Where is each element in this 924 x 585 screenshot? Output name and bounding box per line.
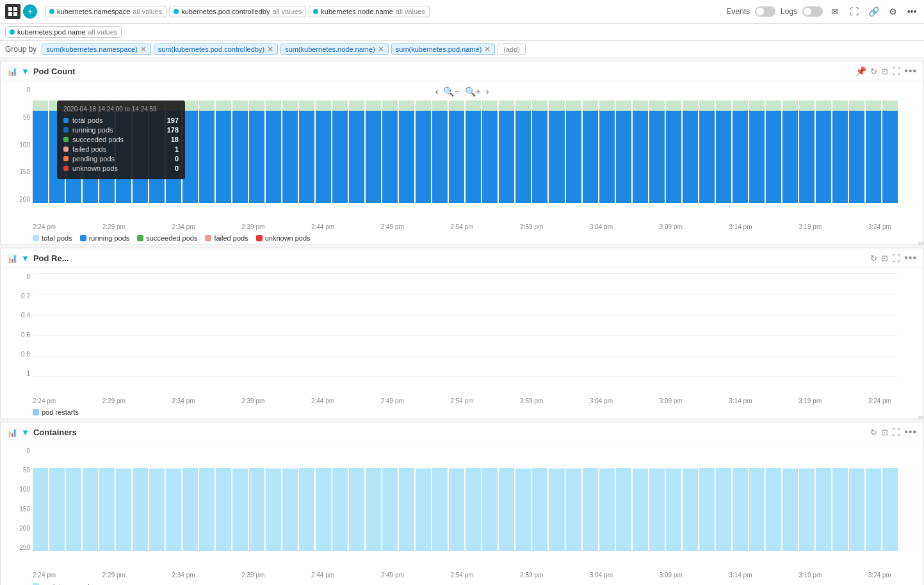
pin-icon[interactable]: 📌 bbox=[855, 66, 866, 76]
containers-actions: ↻ ⊡ ⛶ ••• bbox=[870, 426, 917, 438]
tooltip-label-1: running pods bbox=[72, 126, 163, 134]
pod-bar-group bbox=[616, 86, 631, 203]
more-options-icon[interactable]: ••• bbox=[904, 65, 917, 77]
containers-more-icon[interactable]: ••• bbox=[904, 426, 917, 438]
legend-item-unknown: unknown pods bbox=[256, 234, 311, 242]
container-bar-group bbox=[432, 447, 448, 551]
restarts-expand-icon[interactable]: ⛶ bbox=[892, 253, 900, 263]
pod-bar-group bbox=[282, 86, 298, 203]
containers-y-axis: 250 200 150 100 50 0 bbox=[6, 447, 30, 551]
tooltip-label-5: unknown pods bbox=[72, 164, 171, 172]
container-bar-group bbox=[683, 447, 698, 551]
pod-bar-green bbox=[816, 100, 831, 111]
container-bar-group bbox=[566, 447, 581, 551]
x-label-1: 2:29 pm bbox=[102, 223, 126, 230]
groupby-label: Group by bbox=[5, 45, 36, 54]
y-label-100: 100 bbox=[6, 141, 30, 148]
container-bar-group bbox=[832, 447, 848, 551]
container-bar-lightblue bbox=[182, 468, 198, 551]
filter-value-nodename: all values bbox=[396, 8, 425, 15]
container-bar-group bbox=[316, 447, 331, 551]
yc-label-50: 50 bbox=[6, 467, 30, 474]
container-bar-lightblue bbox=[849, 469, 864, 551]
pod-bar-blue bbox=[449, 111, 464, 203]
pod-bar-group bbox=[866, 86, 881, 203]
pod-bar-blue bbox=[699, 111, 715, 203]
groupby-remove-1[interactable]: ✕ bbox=[267, 45, 273, 53]
pod-bar-green bbox=[566, 100, 581, 111]
tooltip-title: 2020-04-18 14:24:00 to 14:24:59 bbox=[63, 106, 179, 113]
containers-expand-icon[interactable]: ⛶ bbox=[892, 428, 900, 437]
xr-label-4: 2:44 pm bbox=[311, 397, 334, 405]
container-bar-lightblue bbox=[832, 468, 848, 551]
container-bar-group bbox=[199, 447, 215, 551]
groupby-tag-label-0: sum(kubernetes.namespace) bbox=[46, 45, 137, 53]
restarts-more-icon[interactable]: ••• bbox=[904, 252, 917, 264]
pod-bar-green bbox=[482, 100, 498, 111]
groupby-remove-0[interactable]: ✕ bbox=[140, 45, 147, 53]
settings-icon[interactable]: ⚙ bbox=[886, 4, 900, 19]
x-label-11: 3:19 pm bbox=[798, 223, 822, 230]
legend-label-total: total pods bbox=[42, 234, 72, 242]
pod-bar-blue bbox=[716, 111, 731, 203]
restarts-minimize-icon[interactable]: ⊡ bbox=[881, 253, 888, 263]
pod-bar-green bbox=[633, 100, 648, 111]
pod-bar-blue bbox=[266, 111, 281, 203]
pod-bar-blue bbox=[216, 111, 231, 203]
container-bar-lightblue bbox=[449, 469, 464, 551]
groupby-remove-3[interactable]: ✕ bbox=[484, 45, 490, 53]
container-bar-lightblue bbox=[282, 469, 298, 551]
pod-bar-green bbox=[782, 100, 798, 111]
pod-bar-blue bbox=[749, 111, 765, 203]
container-bar-group bbox=[466, 447, 481, 551]
pod-count-y-axis: 200 150 100 50 0 bbox=[6, 86, 30, 203]
groupby-tag-0[interactable]: sum(kubernetes.namespace) ✕ bbox=[42, 44, 150, 55]
container-bar-lightblue bbox=[583, 468, 598, 551]
mail-icon[interactable]: ✉ bbox=[828, 4, 842, 19]
grid-1 bbox=[33, 273, 898, 274]
pod-count-title: Pod Count bbox=[33, 67, 852, 76]
y-label-50: 50 bbox=[6, 114, 30, 121]
events-toggle[interactable] bbox=[755, 6, 775, 17]
pod-restarts-chart-wrapper: 1 0.8 0.6 0.4 0.2 0 2:24 bbox=[1, 268, 923, 406]
containers-minimize-icon[interactable]: ⊡ bbox=[881, 428, 888, 437]
groupby-tag-2[interactable]: sum(kubernetes.node.name) ✕ bbox=[280, 44, 389, 55]
expand-icon[interactable]: ⛶ bbox=[892, 67, 900, 76]
container-bar-group bbox=[216, 447, 231, 551]
filter-tag-namespace[interactable]: kubernetes.namespace all values bbox=[45, 6, 166, 17]
xr-label-2: 2:34 pm bbox=[172, 397, 195, 405]
pod-bar-blue bbox=[382, 111, 398, 203]
yr-label-0: 0 bbox=[6, 273, 30, 280]
container-bar-lightblue bbox=[382, 468, 398, 551]
container-bar-group bbox=[515, 447, 531, 551]
pod-bar-green bbox=[416, 100, 431, 111]
containers-refresh-icon[interactable]: ↻ bbox=[870, 428, 877, 437]
refresh-icon[interactable]: ↻ bbox=[870, 67, 877, 76]
link-icon[interactable]: 🔗 bbox=[866, 4, 880, 19]
xc-label-2: 2:34 pm bbox=[172, 572, 195, 579]
pod-bar-blue bbox=[299, 111, 314, 203]
fullscreen-icon[interactable]: ⛶ bbox=[847, 4, 861, 19]
containers-filter-icon: ▼ bbox=[21, 428, 29, 437]
groupby-tag-3[interactable]: sum(kubernetes.pod.name) ✕ bbox=[391, 44, 496, 55]
filter-tag-controlledby[interactable]: kubernetes.pod.controlledby all values bbox=[169, 6, 306, 17]
pod-bar-blue bbox=[666, 111, 681, 203]
restarts-refresh-icon[interactable]: ↻ bbox=[870, 253, 877, 263]
container-bar-lightblue bbox=[249, 468, 264, 551]
minimize-icon[interactable]: ⊡ bbox=[881, 67, 888, 76]
x-label-9: 3:09 pm bbox=[660, 223, 683, 230]
filter-tag-nodename[interactable]: kubernetes.node.name all values bbox=[309, 6, 429, 17]
more-icon[interactable]: ••• bbox=[905, 4, 919, 19]
container-bar-group bbox=[133, 447, 148, 551]
add-panel-button[interactable]: + bbox=[23, 4, 37, 19]
logs-toggle[interactable] bbox=[802, 6, 823, 17]
filter-tag-podname[interactable]: kubernetes.pod.name all values bbox=[5, 26, 122, 38]
xc-label-6: 2:54 pm bbox=[450, 572, 473, 579]
add-group-button[interactable]: (add) bbox=[498, 44, 526, 55]
container-bar-lightblue bbox=[232, 469, 248, 551]
pod-bar-blue bbox=[766, 111, 781, 203]
groupby-tag-1[interactable]: sum(kubernetes.pod.controlledby) ✕ bbox=[154, 44, 278, 55]
pod-bar-group bbox=[349, 86, 364, 203]
groupby-remove-2[interactable]: ✕ bbox=[378, 45, 384, 53]
svg-rect-3 bbox=[13, 12, 17, 16]
